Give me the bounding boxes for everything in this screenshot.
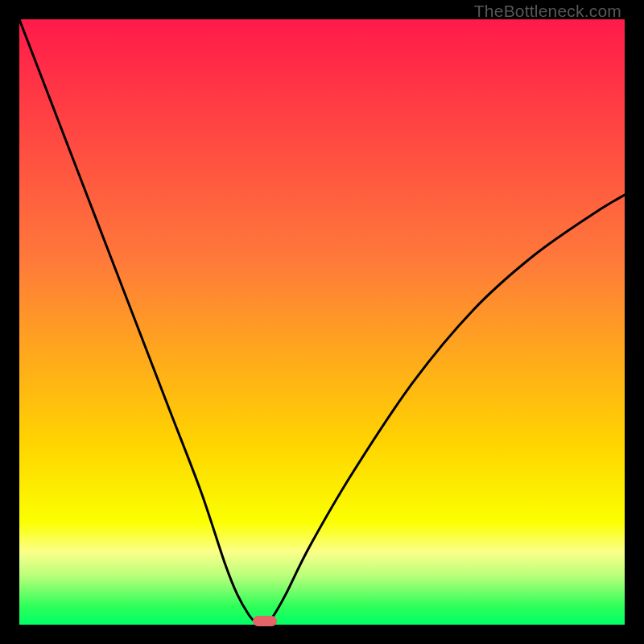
watermark-text: TheBottleneck.com bbox=[474, 2, 621, 21]
chart-frame bbox=[19, 19, 625, 625]
optimal-marker bbox=[253, 616, 277, 626]
gradient-background bbox=[19, 19, 625, 625]
chart-svg bbox=[19, 19, 625, 625]
